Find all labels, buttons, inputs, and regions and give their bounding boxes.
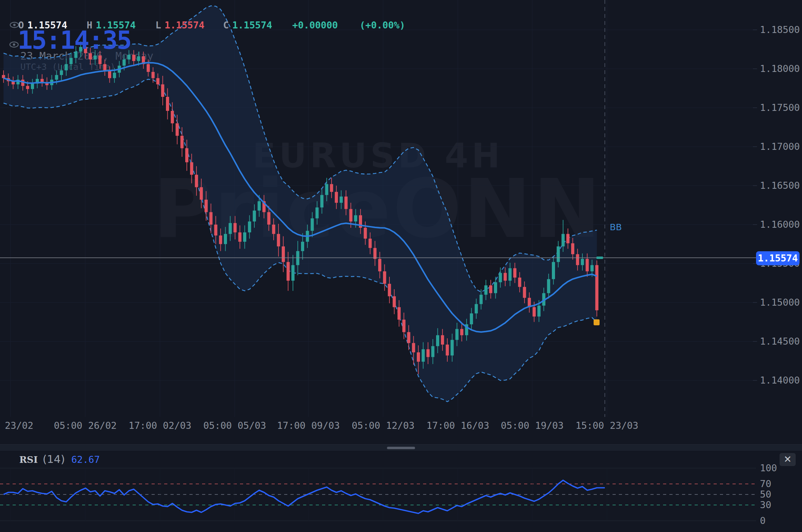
ohlc-value: 1.15574 [232, 20, 272, 31]
change-percent: (+0.00%) [360, 20, 405, 31]
main-chart[interactable]: BB 1.185001.180001.175001.170001.165001.… [0, 0, 802, 444]
time-tick-label: 05:00 19/03 [501, 420, 564, 431]
session-clock: 15:14:35 [18, 25, 131, 55]
ohlc-label: L [155, 20, 161, 31]
rsi-tick-label: 0 [760, 515, 766, 526]
rsi-header: RSI(14)62.67 [19, 453, 100, 465]
price-tick-label: 1.14000 [760, 375, 800, 386]
price-scale[interactable]: 1.185001.180001.175001.170001.165001.160… [753, 24, 800, 386]
rsi-tick-label: 100 [760, 463, 777, 473]
bb-indicator-label: BB [610, 222, 622, 232]
price-tick-label: 1.14500 [760, 336, 800, 347]
ohlc-value: 1.15574 [165, 20, 205, 31]
price-tick-label: 1.17000 [760, 141, 800, 152]
pane-resize-handle[interactable] [387, 447, 415, 449]
rsi-title: RSI [19, 454, 38, 465]
ohlc-label: C [223, 20, 229, 31]
price-tick-label: 1.16500 [760, 180, 800, 191]
price-tick-label: 1.18000 [760, 63, 800, 74]
change-value: +0.00000 [292, 20, 338, 31]
price-tick-label: 1.15000 [760, 297, 800, 308]
price-tick-label: 1.17500 [760, 102, 800, 113]
rsi-close-button[interactable]: ✕ [780, 453, 796, 466]
time-tick-label: 05:00 26/02 [54, 420, 117, 431]
time-tick-label: 05:00 12/03 [352, 420, 415, 431]
rsi-tick-label: 50 [760, 489, 771, 500]
rsi-tick-label: 70 [760, 478, 771, 489]
current-price-label: 1.15574 [756, 251, 800, 265]
price-tick-label: 1.16000 [760, 219, 800, 230]
time-tick-label: 17:00 09/03 [277, 420, 340, 431]
rsi-pane[interactable]: 1007050300 [0, 451, 802, 532]
rsi-scale[interactable]: 1007050300 [760, 463, 777, 526]
time-tick-label: 15:00 23/03 [576, 420, 639, 431]
price-tick-label: 1.18500 [760, 24, 800, 35]
chart-application: EURUSD 4H PriceONN 23 March 2026, Monday… [0, 0, 802, 532]
time-tick-label: 00 23/02 [0, 420, 33, 431]
rsi-series [4, 480, 605, 514]
chart-series [2, 6, 599, 402]
pane-separator [0, 444, 802, 451]
rsi-tick-label: 30 [760, 499, 771, 510]
time-tick-label: 05:00 05/03 [203, 420, 266, 431]
time-scale[interactable]: 00 23/0205:00 26/0217:00 02/0305:00 05/0… [0, 420, 638, 431]
rsi-value: 62.67 [71, 454, 100, 465]
time-tick-label: 17:00 16/03 [427, 420, 489, 431]
rsi-period: (14) [43, 453, 65, 465]
time-tick-label: 17:00 02/03 [129, 420, 192, 431]
rsi-gridlines [0, 468, 756, 521]
